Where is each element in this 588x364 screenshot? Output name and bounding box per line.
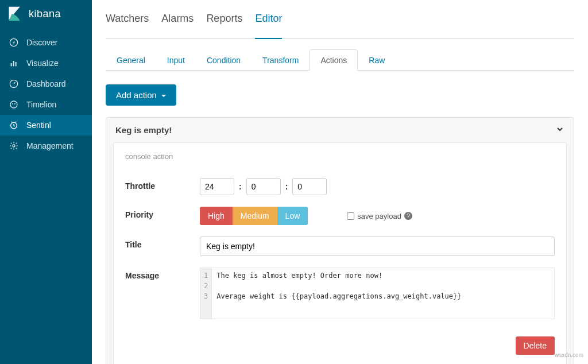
add-action-label: Add action — [116, 90, 157, 100]
chevron-down-icon — [555, 125, 564, 135]
title-label: Title — [125, 237, 200, 249]
sidebar-item-timelion[interactable]: Timelion — [0, 94, 92, 115]
sidebar-item-dashboard[interactable]: Dashboard — [0, 73, 92, 94]
priority-low-button[interactable]: Low — [277, 207, 308, 225]
panel-header[interactable]: Keg is empty! — [106, 118, 574, 142]
message-editor[interactable]: 123 The keg is almost empty! Order more … — [200, 268, 555, 319]
bar-chart-icon — [9, 59, 18, 68]
chevron-down-icon — [161, 95, 166, 97]
editor-gutter: 123 — [200, 268, 212, 319]
message-label: Message — [125, 268, 200, 280]
subtab-transform[interactable]: Transform — [252, 49, 310, 71]
tab-editor[interactable]: Editor — [255, 13, 282, 39]
sidebar-item-discover[interactable]: Discover — [0, 32, 92, 53]
brand-text: kibana — [29, 8, 61, 20]
title-row: Title — [125, 237, 555, 256]
add-action-button[interactable]: Add action — [106, 84, 176, 106]
throttle-seconds-input[interactable] — [292, 178, 327, 195]
sidebar-label: Management — [26, 141, 74, 150]
subtab-actions[interactable]: Actions — [310, 49, 358, 71]
sidebar-label: Discover — [26, 38, 57, 47]
sidebar-label: Timelion — [26, 100, 56, 109]
kibana-logo[interactable]: kibana — [0, 0, 92, 32]
svg-rect-3 — [16, 62, 17, 66]
timelion-icon — [9, 100, 18, 109]
delete-button[interactable]: Delete — [516, 336, 555, 355]
help-icon[interactable]: ? — [404, 212, 412, 220]
colon-separator: : — [285, 182, 288, 191]
sidebar: kibana Discover Visualize Dashboard Time… — [0, 0, 92, 364]
throttle-hours-input[interactable] — [200, 178, 234, 195]
alarm-icon — [9, 121, 18, 130]
message-row: Message 123 The keg is almost empty! Ord… — [125, 268, 555, 319]
panel-title: Keg is empty! — [115, 125, 172, 135]
priority-button-group: High Medium Low — [200, 207, 308, 225]
priority-medium-button[interactable]: Medium — [233, 207, 277, 225]
tab-reports[interactable]: Reports — [206, 13, 242, 30]
subtab-raw[interactable]: Raw — [358, 49, 396, 71]
subtab-general[interactable]: General — [106, 49, 156, 71]
panel-body: console action Throttle : : Priority — [113, 142, 567, 364]
tab-alarms[interactable]: Alarms — [161, 13, 194, 30]
sidebar-item-sentinl[interactable]: Sentinl — [0, 115, 92, 135]
tab-watchers[interactable]: Watchers — [106, 13, 149, 30]
colon-separator: : — [239, 182, 242, 191]
top-tabs: Watchers Alarms Reports Editor — [106, 0, 574, 39]
svg-rect-2 — [13, 61, 14, 66]
title-input[interactable] — [200, 237, 555, 256]
watermark: wsxdn.com — [555, 352, 583, 358]
priority-label: Priority — [125, 207, 200, 219]
editor-code[interactable]: The keg is almost empty! Order more now!… — [212, 268, 554, 319]
priority-high-button[interactable]: High — [200, 207, 233, 225]
subtab-input[interactable]: Input — [156, 49, 196, 71]
svg-rect-1 — [11, 63, 12, 66]
save-payload-checkbox[interactable] — [347, 212, 354, 220]
subtab-condition[interactable]: Condition — [196, 49, 252, 71]
action-panel: Keg is empty! console action Throttle : … — [106, 117, 574, 364]
svg-point-6 — [12, 103, 13, 104]
main-content: Watchers Alarms Reports Editor General I… — [92, 0, 588, 364]
sidebar-label: Visualize — [26, 59, 59, 68]
throttle-label: Throttle — [125, 178, 200, 191]
svg-point-5 — [10, 101, 17, 108]
throttle-row: Throttle : : — [125, 178, 555, 195]
sidebar-item-visualize[interactable]: Visualize — [0, 53, 92, 73]
gear-icon — [9, 141, 18, 150]
svg-point-7 — [14, 103, 16, 104]
save-payload-label: save payload — [357, 212, 401, 220]
action-subtitle: console action — [125, 152, 555, 161]
priority-row: Priority High Medium Low save payload ? — [125, 207, 555, 225]
gauge-icon — [9, 79, 18, 88]
throttle-minutes-input[interactable] — [246, 178, 281, 195]
svg-point-9 — [13, 145, 15, 147]
sidebar-label: Dashboard — [26, 79, 66, 88]
save-payload-option[interactable]: save payload ? — [347, 212, 412, 220]
sidebar-item-management[interactable]: Management — [0, 135, 92, 156]
sidebar-label: Sentinl — [26, 121, 51, 130]
sub-tabs: General Input Condition Transform Action… — [106, 49, 574, 71]
kibana-icon — [7, 6, 23, 22]
compass-icon — [9, 38, 18, 47]
